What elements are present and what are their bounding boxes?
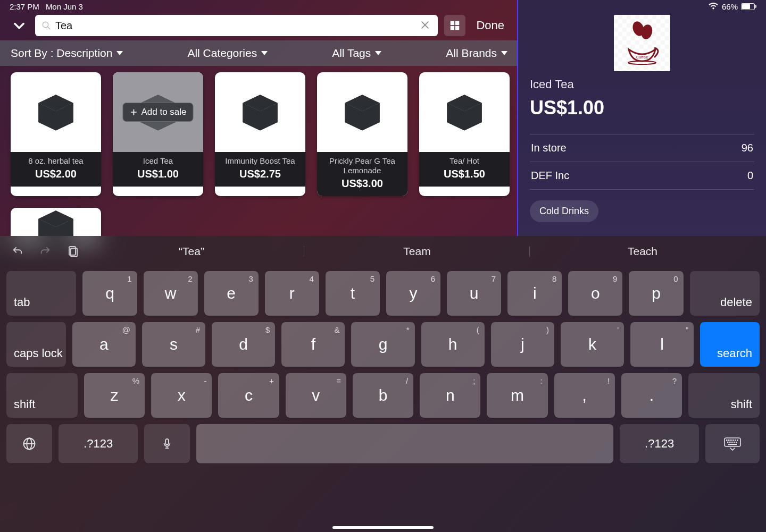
- key-search[interactable]: search: [700, 322, 760, 367]
- product-name: Iced Tea: [116, 156, 200, 166]
- key-c[interactable]: +c: [218, 373, 279, 418]
- key-d[interactable]: $d: [212, 322, 275, 367]
- keyboard-suggestion-bar: “Tea”TeamTeach: [0, 236, 766, 267]
- clear-search-icon[interactable]: [420, 20, 431, 31]
- svg-rect-30: [728, 444, 737, 445]
- sort-dropdown[interactable]: Sort By : Description: [0, 47, 134, 60]
- key-shift-left[interactable]: shift: [6, 373, 78, 418]
- key-a[interactable]: @a: [72, 322, 136, 367]
- svg-rect-28: [734, 442, 735, 443]
- svg-rect-7: [455, 26, 459, 30]
- search-icon: [41, 21, 51, 30]
- detail-tag[interactable]: Cold Drinks: [530, 200, 598, 222]
- key-q[interactable]: 1q: [82, 271, 137, 316]
- collapse-button[interactable]: [10, 16, 29, 35]
- detail-row-value: 0: [747, 170, 753, 182]
- key-.[interactable]: ?.: [621, 373, 682, 418]
- key-mic[interactable]: [144, 424, 190, 463]
- key-r[interactable]: 4r: [265, 271, 319, 316]
- categories-dropdown[interactable]: All Categories: [177, 47, 278, 60]
- key-tab[interactable]: tab: [6, 271, 76, 316]
- chevron-down-icon: [261, 51, 268, 55]
- search-input[interactable]: [55, 20, 415, 32]
- detail-row-label: In store: [531, 142, 567, 154]
- detail-row: In store96: [530, 134, 754, 162]
- categories-label: All Categories: [187, 47, 257, 60]
- svg-rect-27: [731, 442, 733, 443]
- svg-rect-19: [726, 440, 728, 441]
- key-numbers-right[interactable]: .?123: [620, 424, 699, 463]
- chevron-down-icon: [501, 51, 507, 55]
- product-name: Tea/ Hot: [422, 156, 506, 166]
- detail-row: DEF Inc0: [530, 162, 754, 190]
- svg-rect-20: [728, 440, 730, 441]
- battery-pct: 66%: [722, 2, 738, 11]
- keyboard-suggestion[interactable]: “Tea”: [79, 245, 304, 258]
- svg-rect-5: [455, 21, 459, 25]
- key-w[interactable]: 2w: [144, 271, 198, 316]
- done-button[interactable]: Done: [472, 19, 509, 32]
- product-card[interactable]: Immunity Boost TeaUS$2.75: [215, 72, 305, 196]
- product-card[interactable]: 8 oz. herbal teaUS$2.00: [11, 72, 101, 196]
- status-time: 2:37 PM: [10, 2, 39, 11]
- add-to-sale-button[interactable]: Add to sale: [122, 103, 193, 122]
- key-p[interactable]: 0p: [629, 271, 683, 316]
- product-image: Coffee: [614, 15, 670, 71]
- svg-rect-26: [729, 442, 731, 443]
- key-g[interactable]: *g: [351, 322, 414, 367]
- key-capslock[interactable]: caps lock: [6, 322, 66, 367]
- undo-icon[interactable]: [11, 246, 24, 257]
- product-card[interactable]: Prickly Pear G Tea LemonadeUS$3.00: [317, 72, 407, 196]
- key-b[interactable]: /b: [353, 373, 413, 418]
- key-m[interactable]: :m: [487, 373, 547, 418]
- key-o[interactable]: 9o: [568, 271, 622, 316]
- brands-dropdown[interactable]: All Brands: [435, 47, 518, 60]
- tags-dropdown[interactable]: All Tags: [321, 47, 392, 60]
- key-k[interactable]: 'k: [561, 322, 624, 367]
- redo-icon[interactable]: [38, 246, 52, 257]
- key-x[interactable]: -x: [151, 373, 212, 418]
- status-bar: 2:37 PM Mon Jun 3 66%: [0, 0, 766, 12]
- key-z[interactable]: %z: [84, 373, 145, 418]
- clipboard-icon[interactable]: [66, 244, 79, 258]
- key-space[interactable]: [196, 424, 613, 463]
- keyboard-suggestion[interactable]: Team: [304, 245, 530, 258]
- key-s[interactable]: #s: [142, 322, 205, 367]
- keyboard-suggestion[interactable]: Teach: [530, 245, 755, 258]
- product-name: Prickly Pear G Tea Lemonade: [320, 156, 404, 175]
- product-card[interactable]: Add to saleIced TeaUS$1.00: [113, 72, 203, 196]
- key-v[interactable]: =v: [286, 373, 346, 418]
- keyboard: “Tea”TeamTeach tab 1q2w3e4r5t6y7u8i9o0pd…: [0, 236, 766, 532]
- key-h[interactable]: (h: [421, 322, 485, 367]
- product-name: 8 oz. herbal tea: [14, 156, 98, 166]
- battery-icon: [741, 3, 756, 10]
- svg-rect-29: [736, 442, 737, 443]
- product-price: US$2.75: [218, 168, 302, 180]
- svg-rect-25: [727, 442, 729, 443]
- key-f[interactable]: &f: [281, 322, 345, 367]
- detail-row-value: 96: [742, 142, 753, 154]
- product-name: Immunity Boost Tea: [218, 156, 302, 166]
- key-numbers-left[interactable]: .?123: [59, 424, 138, 463]
- key-delete[interactable]: delete: [690, 271, 760, 316]
- key-t[interactable]: 5t: [326, 271, 380, 316]
- key-globe[interactable]: [6, 424, 52, 463]
- key-e[interactable]: 3e: [204, 271, 259, 316]
- key-,[interactable]: !,: [554, 373, 615, 418]
- search-box[interactable]: [35, 15, 438, 36]
- key-y[interactable]: 6y: [386, 271, 440, 316]
- wifi-icon: [708, 3, 719, 10]
- home-indicator[interactable]: [332, 526, 434, 529]
- key-hide-keyboard[interactable]: [705, 424, 760, 463]
- key-i[interactable]: 8i: [507, 271, 562, 316]
- svg-rect-24: [737, 440, 738, 441]
- product-card[interactable]: Tea/ HotUS$1.50: [419, 72, 510, 196]
- key-j[interactable]: )j: [491, 322, 554, 367]
- key-u[interactable]: 7u: [447, 271, 501, 316]
- chevron-down-icon: [375, 51, 381, 55]
- key-n[interactable]: ;n: [420, 373, 480, 418]
- key-l[interactable]: "l: [630, 322, 694, 367]
- product-price: US$1.00: [116, 168, 200, 180]
- key-shift-right[interactable]: shift: [688, 373, 760, 418]
- view-toggle-button[interactable]: [444, 15, 465, 36]
